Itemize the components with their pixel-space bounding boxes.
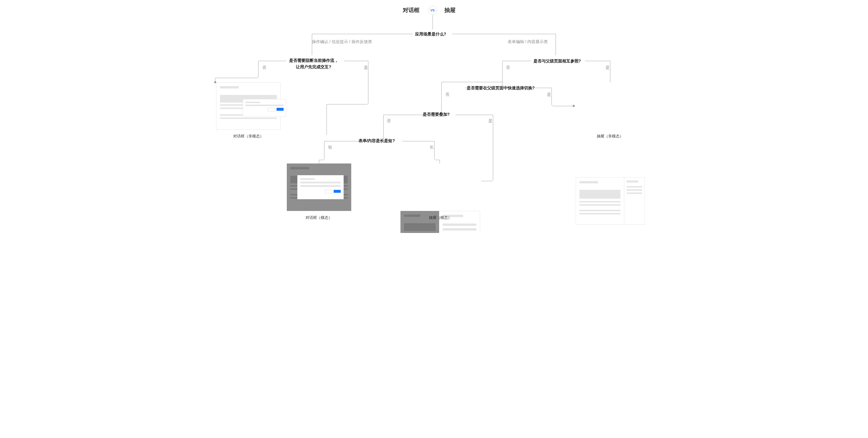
terminal-dot <box>573 105 575 107</box>
label-no-1: 否 <box>262 65 266 70</box>
caption-dialog-modal: 对话框（模态） <box>287 215 351 220</box>
caption-dialog-nonmodal: 对话框（非模态） <box>216 134 281 139</box>
thumb-drawer-modal <box>400 211 480 233</box>
thumb-drawer-nonmodal <box>576 177 645 225</box>
caption-drawer-modal: 抽屉（模态） <box>400 215 480 220</box>
header-title-right: 抽屉 <box>444 6 456 14</box>
vs-badge: VS <box>428 6 437 14</box>
label-yes-2: 是 <box>606 65 610 70</box>
terminal-dot <box>214 81 216 83</box>
thumb-dialog-modal <box>287 163 351 211</box>
caption-drawer-nonmodal: 抽屉（非模态） <box>576 134 645 139</box>
question-quick-switch: 是否需要在父级页面中快速选择切换? <box>467 86 535 91</box>
header-title-left: 对话框 <box>403 6 420 14</box>
decision-diagram: 对话框 VS 抽屉 应用场景是什么? 操作确认 / 信息提示 / 操作反馈类 表… <box>204 0 664 233</box>
question-parent-ref: 是否与父级页面相互参照? <box>533 59 581 64</box>
label-long: 长 <box>430 145 434 150</box>
thumb-dialog-nonmodal <box>216 82 281 130</box>
question-root: 应用场景是什么? <box>415 32 446 37</box>
question-block-flow: 是否需要阻断当前操作流， 让用户先完成交互? <box>289 57 338 70</box>
vs-label: VS <box>430 8 435 12</box>
label-yes-4: 是 <box>488 118 492 124</box>
question-long-short: 表单/内容是长是短? <box>359 138 395 144</box>
label-yes-1: 是 <box>364 65 368 70</box>
label-no-3: 否 <box>445 92 450 97</box>
question-overlay: 是否需要叠加? <box>423 112 450 117</box>
label-short: 短 <box>328 145 332 150</box>
label-no-2: 否 <box>506 65 510 70</box>
branch-hint-left: 操作确认 / 信息提示 / 操作反馈类 <box>312 39 372 44</box>
label-yes-3: 是 <box>547 92 551 97</box>
label-no-4: 否 <box>387 118 391 124</box>
branch-hint-right: 表单编辑 / 内容展示类 <box>508 39 548 44</box>
